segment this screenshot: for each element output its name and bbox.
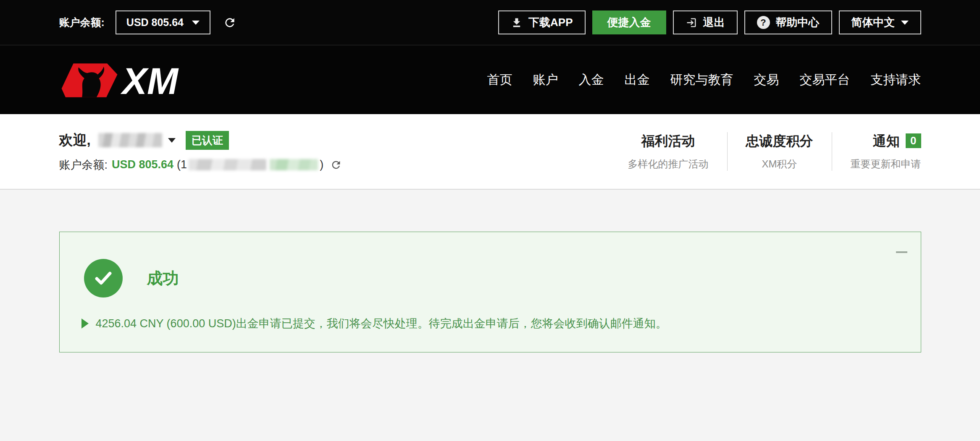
help-center-button[interactable]: ? 帮助中心 bbox=[744, 10, 832, 34]
notifications-title: 通知0 bbox=[851, 132, 921, 151]
download-app-button[interactable]: 下载APP bbox=[498, 10, 585, 34]
question-icon: ? bbox=[757, 16, 770, 29]
primary-navigation: 首页 账户 入金 出金 研究与教育 交易 交易平台 支持请求 bbox=[487, 71, 921, 89]
help-center-label: 帮助中心 bbox=[776, 15, 820, 30]
quick-deposit-button[interactable]: 便捷入金 bbox=[592, 10, 666, 34]
notifications-link[interactable]: 通知0 重要更新和申请 bbox=[832, 132, 921, 171]
svg-text:XM: XM bbox=[120, 60, 179, 100]
refresh-balance-icon[interactable] bbox=[223, 16, 236, 29]
loyalty-points-link[interactable]: 忠诚度积分 XM积分 bbox=[728, 132, 832, 171]
account-number-suffix: ) bbox=[320, 158, 323, 171]
nav-item-home[interactable]: 首页 bbox=[487, 71, 512, 89]
nav-item-account[interactable]: 账户 bbox=[533, 71, 558, 89]
xm-logo[interactable]: XM bbox=[59, 60, 181, 100]
account-type-redacted bbox=[270, 159, 318, 170]
bullet-triangle-icon bbox=[81, 318, 89, 329]
language-label: 简体中文 bbox=[851, 15, 895, 30]
nav-item-research-education[interactable]: 研究与教育 bbox=[670, 71, 733, 89]
welcome-quick-links: 福利活动 多样化的推广活动 忠诚度积分 XM积分 通知0 重要更新和申请 bbox=[610, 132, 921, 171]
account-number-redacted bbox=[189, 159, 266, 170]
chevron-down-icon[interactable] bbox=[168, 138, 176, 143]
chevron-down-icon bbox=[192, 21, 200, 25]
language-selector[interactable]: 简体中文 bbox=[839, 10, 921, 34]
notifications-subtitle: 重要更新和申请 bbox=[851, 157, 921, 171]
download-icon bbox=[511, 17, 523, 29]
balance-label: 账户余额: bbox=[59, 157, 108, 172]
main-navbar: XM 首页 账户 入金 出金 研究与教育 交易 交易平台 支持请求 bbox=[0, 45, 980, 114]
nav-item-withdrawal[interactable]: 出金 bbox=[625, 71, 650, 89]
loyalty-title: 忠诚度积分 bbox=[746, 132, 813, 151]
account-holder-name-redacted bbox=[98, 133, 162, 147]
promotions-subtitle: 多样化的推广活动 bbox=[628, 157, 709, 171]
page-content: 成功 4256.04 CNY (600.00 USD)出金申请已提交，我们将会尽… bbox=[0, 232, 980, 441]
alert-message: 4256.04 CNY (600.00 USD)出金申请已提交，我们将会尽快处理… bbox=[96, 316, 667, 331]
nav-item-trading[interactable]: 交易 bbox=[754, 71, 779, 89]
balance-value: USD 805.64 bbox=[112, 158, 173, 171]
notifications-label: 通知 bbox=[873, 133, 900, 149]
notification-count-badge: 0 bbox=[906, 133, 921, 148]
account-balance-dropdown[interactable]: USD 805.64 bbox=[116, 10, 210, 34]
account-number-prefix: (1 bbox=[177, 158, 187, 171]
topbar-actions: 下载APP 便捷入金 退出 ? 帮助中心 简体中文 bbox=[498, 10, 921, 34]
promotions-link[interactable]: 福利活动 多样化的推广活动 bbox=[610, 132, 727, 171]
balance-label: 账户余额: bbox=[59, 16, 105, 29]
refresh-balance-icon[interactable] bbox=[330, 159, 342, 171]
alert-title: 成功 bbox=[147, 268, 179, 289]
download-app-label: 下载APP bbox=[528, 15, 573, 30]
verified-badge: 已认证 bbox=[186, 131, 229, 150]
top-utility-bar: 账户余额: USD 805.64 下载APP 便捷入金 退出 bbox=[0, 0, 980, 45]
welcome-strip: 欢迎, 已认证 账户余额: USD 805.64 (1 ) 福利活动 多样化的推 bbox=[0, 114, 980, 190]
logout-icon bbox=[686, 17, 697, 29]
collapse-alert-button[interactable] bbox=[896, 251, 907, 253]
nav-item-platforms[interactable]: 交易平台 bbox=[800, 71, 850, 89]
loyalty-subtitle: XM积分 bbox=[746, 157, 813, 171]
chevron-down-icon bbox=[901, 21, 909, 25]
promotions-title: 福利活动 bbox=[628, 132, 709, 151]
welcome-left: 欢迎, 已认证 账户余额: USD 805.64 (1 ) bbox=[59, 131, 342, 172]
balance-value: USD 805.64 bbox=[126, 16, 184, 29]
nav-item-support[interactable]: 支持请求 bbox=[871, 71, 921, 89]
logout-label: 退出 bbox=[703, 15, 725, 30]
quick-deposit-label: 便捷入金 bbox=[607, 15, 651, 30]
success-alert: 成功 4256.04 CNY (600.00 USD)出金申请已提交，我们将会尽… bbox=[59, 232, 921, 352]
logout-button[interactable]: 退出 bbox=[673, 10, 738, 34]
nav-item-deposit[interactable]: 入金 bbox=[579, 71, 604, 89]
greeting-text: 欢迎, bbox=[59, 131, 91, 150]
success-check-icon bbox=[84, 259, 123, 297]
